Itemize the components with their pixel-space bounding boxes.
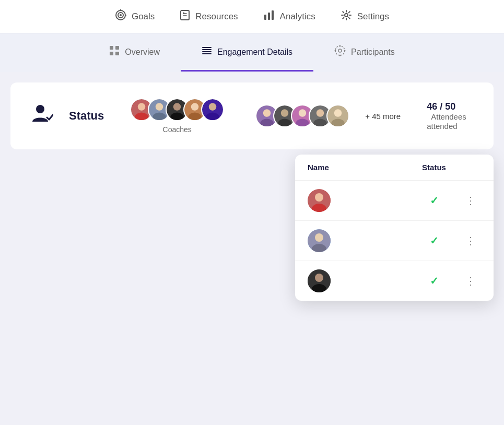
top-navigation: Goals Resources Analytics bbox=[0, 0, 504, 33]
main-content: Status bbox=[0, 72, 504, 396]
nav-resources-label: Resources bbox=[195, 11, 238, 22]
check-icon-1: ✓ bbox=[430, 194, 439, 207]
svg-rect-13 bbox=[110, 52, 113, 55]
svg-point-20 bbox=[338, 49, 342, 52]
svg-rect-5 bbox=[181, 10, 189, 20]
col-header-status: Status bbox=[408, 163, 460, 172]
attendees-fraction: 46 / 50 bbox=[427, 101, 455, 112]
svg-point-45 bbox=[281, 109, 289, 117]
row-status-2: ✓ bbox=[408, 234, 460, 247]
participants-icon bbox=[334, 45, 346, 59]
row-status-3: ✓ bbox=[408, 275, 460, 287]
coaches-avatar-stack[interactable] bbox=[130, 98, 224, 121]
goals-icon bbox=[115, 9, 126, 23]
coach-avatar-5[interactable] bbox=[201, 98, 224, 121]
svg-point-39 bbox=[209, 103, 217, 111]
svg-point-25 bbox=[36, 105, 44, 113]
nav-settings-label: Settings bbox=[357, 11, 389, 22]
nav-analytics-label: Analytics bbox=[280, 11, 315, 22]
svg-rect-12 bbox=[115, 46, 119, 50]
svg-point-60 bbox=[315, 233, 323, 242]
attendee-avatar-5[interactable] bbox=[326, 104, 349, 127]
svg-point-63 bbox=[315, 274, 323, 282]
tab-overview[interactable]: Overview bbox=[88, 34, 181, 72]
tab-engagement-details[interactable]: Engagement Details bbox=[181, 34, 313, 72]
attendees-count-group: + 45 more bbox=[365, 112, 401, 121]
nav-resources[interactable]: Resources bbox=[180, 9, 238, 23]
svg-point-19 bbox=[335, 46, 345, 55]
engagement-details-icon bbox=[202, 45, 212, 58]
svg-point-36 bbox=[191, 103, 199, 111]
row-avatar-2 bbox=[308, 229, 331, 252]
svg-point-54 bbox=[334, 109, 342, 117]
status-icon-wrapper bbox=[31, 103, 53, 129]
nav-analytics[interactable]: Analytics bbox=[263, 9, 315, 23]
svg-point-21 bbox=[339, 45, 341, 47]
row-actions-1[interactable]: ⋮ bbox=[460, 194, 481, 207]
table-row: ✓ ⋮ bbox=[295, 261, 494, 301]
table-header: Name Status bbox=[295, 155, 494, 181]
more-badge: + 45 more bbox=[365, 112, 401, 121]
svg-rect-7 bbox=[264, 15, 266, 20]
sub-navigation: Overview Engagement Details Participants bbox=[0, 33, 504, 72]
tab-engagement-details-label: Engagement Details bbox=[217, 48, 292, 57]
table-row: ✓ ⋮ bbox=[295, 221, 494, 261]
tab-participants-label: Participants bbox=[351, 48, 395, 57]
attendees-dropdown-table: Name Status ✓ ⋮ bbox=[295, 155, 494, 301]
tab-participants[interactable]: Participants bbox=[313, 33, 416, 72]
svg-point-33 bbox=[173, 103, 181, 111]
table-row: ✓ ⋮ bbox=[295, 181, 494, 221]
svg-rect-9 bbox=[272, 10, 274, 20]
status-person-icon bbox=[31, 103, 53, 129]
resources-icon bbox=[180, 9, 190, 23]
check-icon-3: ✓ bbox=[430, 275, 439, 287]
coaches-label: Coaches bbox=[163, 125, 192, 134]
row-avatar-1 bbox=[308, 189, 331, 212]
tab-overview-label: Overview bbox=[125, 48, 160, 57]
svg-point-57 bbox=[315, 193, 323, 202]
settings-icon bbox=[341, 9, 352, 23]
attendees-avatar-stack[interactable] bbox=[255, 104, 349, 127]
more-options-3[interactable]: ⋮ bbox=[465, 275, 476, 287]
col-header-name: Name bbox=[308, 163, 408, 172]
status-title: Status bbox=[69, 109, 104, 123]
svg-rect-11 bbox=[110, 46, 113, 50]
overview-icon bbox=[109, 45, 120, 58]
attendees-text-group: 46 / 50 Attendees attended bbox=[427, 101, 473, 131]
col-header-actions bbox=[460, 163, 481, 172]
nav-goals-label: Goals bbox=[132, 11, 155, 22]
svg-point-30 bbox=[156, 103, 163, 111]
svg-point-22 bbox=[339, 55, 341, 56]
nav-settings[interactable]: Settings bbox=[341, 9, 389, 23]
svg-rect-14 bbox=[115, 52, 119, 55]
row-actions-3[interactable]: ⋮ bbox=[460, 275, 481, 287]
nav-goals[interactable]: Goals bbox=[115, 9, 155, 23]
more-options-2[interactable]: ⋮ bbox=[465, 234, 476, 247]
svg-point-42 bbox=[263, 109, 271, 117]
svg-point-10 bbox=[345, 14, 348, 17]
more-options-1[interactable]: ⋮ bbox=[465, 194, 476, 207]
attendees-group bbox=[255, 104, 349, 127]
analytics-icon bbox=[263, 9, 275, 23]
svg-point-2 bbox=[120, 14, 122, 16]
svg-point-51 bbox=[317, 109, 324, 117]
status-card: Status bbox=[10, 82, 494, 149]
row-avatar-3 bbox=[308, 269, 331, 292]
svg-point-27 bbox=[138, 103, 146, 111]
attendees-label: Attendees attended bbox=[427, 112, 466, 131]
svg-point-24 bbox=[344, 50, 346, 52]
dropdown-container: Name Status ✓ ⋮ bbox=[10, 155, 494, 301]
svg-point-23 bbox=[335, 50, 336, 52]
svg-point-48 bbox=[299, 109, 307, 117]
svg-rect-8 bbox=[268, 13, 270, 20]
row-actions-2[interactable]: ⋮ bbox=[460, 234, 481, 247]
row-status-1: ✓ bbox=[408, 194, 460, 207]
coaches-group: Coaches bbox=[130, 98, 224, 134]
check-icon-2: ✓ bbox=[430, 234, 439, 247]
